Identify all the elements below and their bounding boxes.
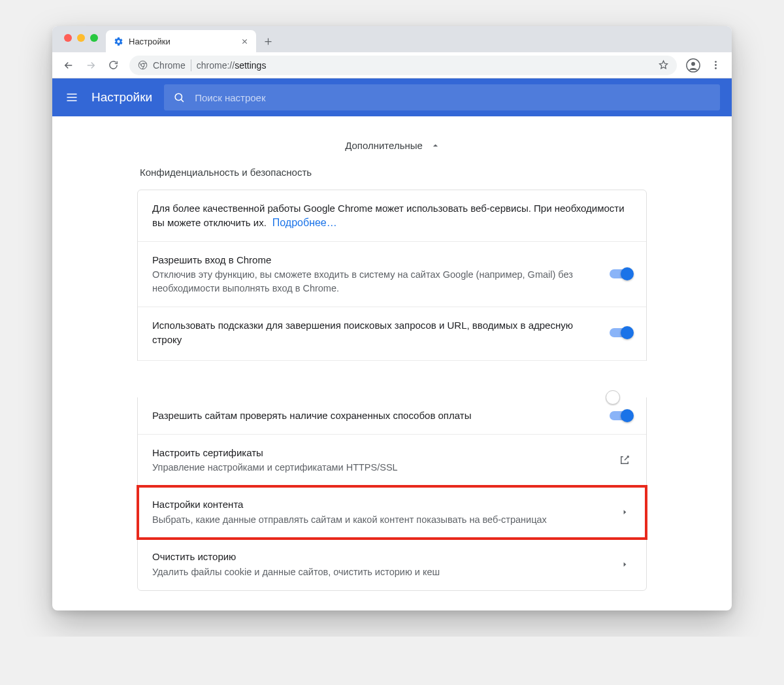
- maximize-window-button[interactable]: [90, 34, 98, 42]
- content-settings-sub: Выбрать, какие данные отправлять сайтам …: [152, 513, 607, 527]
- browser-toolbar: Chrome chrome://settings: [52, 52, 732, 78]
- browser-tab[interactable]: Настройки: [106, 30, 256, 52]
- omnibox-label: Chrome: [153, 60, 186, 71]
- svg-point-6: [715, 67, 717, 69]
- advanced-label: Дополнительные: [345, 140, 423, 151]
- browser-window: Настройки Chrome chrome://settings: [52, 26, 732, 610]
- certs-title: Настроить сертификаты: [152, 446, 607, 460]
- chevron-right-icon: [617, 505, 632, 520]
- svg-point-4: [715, 61, 717, 63]
- new-tab-button[interactable]: [259, 32, 277, 50]
- row-allow-signin: Разрешить вход в Chrome Отключив эту фун…: [138, 242, 646, 308]
- chevron-right-icon: [617, 557, 632, 571]
- row-clear-data[interactable]: Очистить историю Удалить файлы cookie и …: [138, 539, 646, 590]
- certs-sub: Управление настройками и сертификатами H…: [152, 461, 607, 475]
- external-link-icon: [617, 453, 632, 467]
- intro-text: Для более качественной работы Google Chr…: [152, 203, 625, 228]
- row-search-suggestions: Использовать подсказки для завершения по…: [138, 307, 646, 361]
- svg-point-3: [691, 61, 695, 65]
- settings-search-input[interactable]: [195, 92, 711, 103]
- window-controls: [59, 34, 106, 48]
- tab-strip: Настройки: [52, 26, 732, 52]
- url-prefix: chrome://: [197, 60, 235, 71]
- suggestions-title: Использовать подсказки для завершения по…: [152, 318, 599, 347]
- settings-content: Дополнительные Конфиденциальность и безо…: [52, 116, 732, 591]
- chevron-up-icon: [432, 142, 439, 149]
- minimize-window-button[interactable]: [77, 34, 85, 42]
- payment-toggle[interactable]: [610, 411, 632, 420]
- svg-point-7: [175, 93, 182, 100]
- forward-button[interactable]: [81, 56, 101, 75]
- advanced-expander[interactable]: Дополнительные: [52, 133, 732, 167]
- privacy-section: Конфиденциальность и безопасность Для бо…: [137, 167, 647, 591]
- bookmark-star-icon[interactable]: [658, 59, 669, 71]
- profile-button[interactable]: [683, 56, 703, 75]
- signin-toggle[interactable]: [610, 269, 632, 278]
- suggestions-toggle[interactable]: [610, 328, 632, 337]
- chrome-icon: [137, 60, 148, 71]
- row-intro: Для более качественной работы Google Chr…: [138, 190, 646, 242]
- row-content-settings[interactable]: Настройки контента Выбрать, какие данные…: [138, 486, 646, 539]
- signin-sub: Отключив эту функцию, вы сможете входить…: [152, 268, 599, 295]
- image-gap: [99, 361, 685, 397]
- clear-sub: Удалить файлы cookie и данные сайтов, оч…: [152, 565, 607, 579]
- menu-button[interactable]: [706, 56, 725, 75]
- omnibox-separator: [191, 59, 191, 71]
- clear-title: Очистить историю: [152, 550, 607, 564]
- row-payment-check: Разрешить сайтам проверять наличие сохра…: [138, 397, 646, 435]
- reload-button[interactable]: [103, 56, 123, 75]
- hamburger-menu-button[interactable]: [64, 90, 80, 105]
- settings-search[interactable]: [164, 84, 720, 110]
- settings-appbar: Настройки: [52, 78, 732, 116]
- learn-more-link[interactable]: Подробнее…: [272, 217, 337, 228]
- payment-title: Разрешить сайтам проверять наличие сохра…: [152, 409, 599, 423]
- partial-toggle-knob: [606, 390, 620, 405]
- svg-point-5: [715, 64, 717, 66]
- close-tab-button[interactable]: [239, 36, 250, 46]
- settings-card: Для более качественной работы Google Chr…: [137, 190, 647, 591]
- gear-icon: [114, 37, 123, 46]
- row-certificates[interactable]: Настроить сертификаты Управление настрой…: [138, 435, 646, 487]
- address-bar[interactable]: Chrome chrome://settings: [129, 56, 677, 75]
- url-path: settings: [235, 60, 266, 71]
- tab-title: Настройки: [129, 37, 171, 46]
- content-settings-title: Настройки контента: [152, 497, 607, 512]
- appbar-title: Настройки: [91, 90, 152, 105]
- section-title: Конфиденциальность и безопасность: [140, 167, 647, 178]
- search-icon: [173, 92, 186, 104]
- close-window-button[interactable]: [64, 34, 72, 42]
- back-button[interactable]: [59, 56, 78, 75]
- signin-title: Разрешить вход в Chrome: [152, 253, 599, 267]
